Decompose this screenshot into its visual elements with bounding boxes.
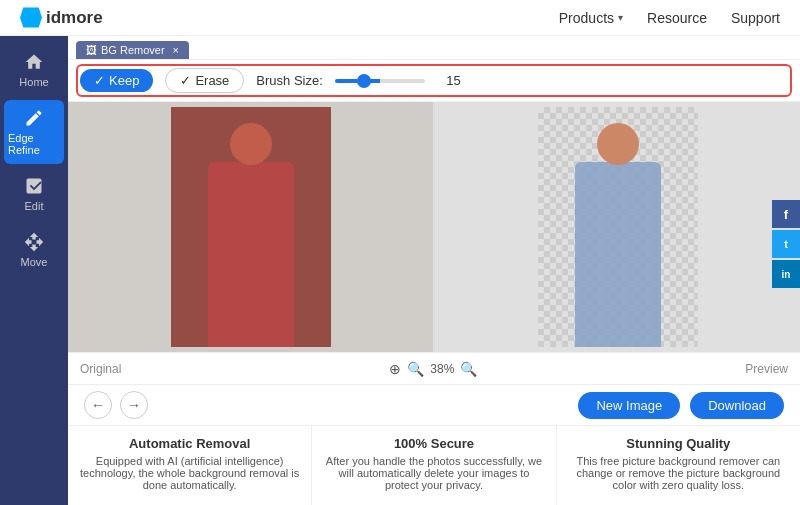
- download-button[interactable]: Download: [690, 392, 784, 419]
- sidebar-item-edit[interactable]: Edit: [4, 168, 64, 220]
- nav-links: Products ▾ Resource Support: [559, 10, 780, 26]
- zoom-value: 38%: [430, 362, 454, 376]
- features-bar: Automatic Removal Equipped with AI (arti…: [68, 425, 800, 505]
- next-button[interactable]: →: [120, 391, 148, 419]
- feature-secure-desc: After you handle the photos successfully…: [324, 455, 543, 491]
- prev-button[interactable]: ←: [84, 391, 112, 419]
- sidebar-edge-refine-label: Edge Refine: [8, 132, 60, 156]
- preview-head: [597, 123, 639, 165]
- facebook-button[interactable]: f: [772, 200, 800, 228]
- image-icon: 🖼: [86, 44, 97, 56]
- feature-automatic: Automatic Removal Equipped with AI (arti…: [68, 426, 312, 505]
- main-area: Home Edge Refine Edit Move 🖼 BG R: [0, 36, 800, 505]
- bottom-bar: Original ⊕ 🔍 38% 🔍 Preview: [68, 352, 800, 384]
- nav-arrows: ← →: [84, 391, 148, 419]
- preview-image: [538, 107, 698, 347]
- feature-secure-title: 100% Secure: [394, 436, 474, 451]
- original-label: Original: [80, 362, 121, 376]
- move-cursor-icon[interactable]: ⊕: [389, 361, 401, 377]
- preview-body: [575, 162, 661, 347]
- checkmark-icon: ✓: [94, 73, 105, 88]
- original-image: [171, 107, 331, 347]
- brush-size-slider[interactable]: [335, 79, 425, 83]
- feature-quality: Stunning Quality This free picture backg…: [557, 426, 800, 505]
- zoom-out-icon[interactable]: 🔍: [407, 361, 424, 377]
- twitter-button[interactable]: t: [772, 230, 800, 258]
- keep-button[interactable]: ✓ Keep: [80, 69, 153, 92]
- edit-icon: [24, 176, 44, 196]
- logo-icon: [20, 7, 42, 29]
- linkedin-button[interactable]: in: [772, 260, 800, 288]
- action-bar: ← → New Image Download: [68, 384, 800, 425]
- bg-remover-label: BG Remover: [101, 44, 165, 56]
- products-link[interactable]: Products: [559, 10, 614, 26]
- action-buttons: New Image Download: [578, 392, 784, 419]
- preview-label: Preview: [745, 362, 788, 376]
- feature-automatic-title: Automatic Removal: [129, 436, 250, 451]
- erase-label: Erase: [195, 73, 229, 88]
- feature-quality-title: Stunning Quality: [626, 436, 730, 451]
- navbar: idmore Products ▾ Resource Support: [0, 0, 800, 36]
- preview-panel: [433, 102, 800, 352]
- linkedin-icon: in: [782, 269, 791, 280]
- original-panel: [68, 102, 433, 352]
- bg-remover-tab[interactable]: 🖼 BG Remover ×: [76, 41, 189, 59]
- feature-automatic-desc: Equipped with AI (artificial intelligenc…: [80, 455, 299, 491]
- facebook-icon: f: [784, 207, 788, 222]
- logo[interactable]: idmore: [20, 7, 103, 29]
- image-area: [68, 102, 800, 352]
- home-icon: [24, 52, 44, 72]
- sidebar-item-move[interactable]: Move: [4, 224, 64, 276]
- resource-link[interactable]: Resource: [647, 10, 707, 26]
- new-image-button[interactable]: New Image: [578, 392, 680, 419]
- twitter-icon: t: [784, 238, 788, 250]
- zoom-controls: ⊕ 🔍 38% 🔍: [389, 361, 477, 377]
- erase-check-icon: ✓: [180, 73, 191, 88]
- brush-size-value: 15: [437, 73, 461, 88]
- toolbar: ✓ Keep ✓ Erase Brush Size: 15: [68, 60, 800, 102]
- logo-text: idmore: [46, 8, 103, 28]
- brush-size-label: Brush Size:: [256, 73, 322, 88]
- sidebar-home-label: Home: [19, 76, 48, 88]
- nav-products[interactable]: Products ▾: [559, 10, 623, 26]
- erase-button[interactable]: ✓ Erase: [165, 68, 244, 93]
- edge-refine-icon: [24, 108, 44, 128]
- feature-quality-desc: This free picture background remover can…: [569, 455, 788, 491]
- keep-label: Keep: [109, 73, 139, 88]
- support-link[interactable]: Support: [731, 10, 780, 26]
- close-icon[interactable]: ×: [173, 44, 179, 56]
- content: 🖼 BG Remover × ✓ Keep ✓ Erase Brush Size…: [68, 36, 800, 505]
- sidebar-edit-label: Edit: [25, 200, 44, 212]
- sidebar-item-home[interactable]: Home: [4, 44, 64, 96]
- move-icon: [24, 232, 44, 252]
- chevron-down-icon: ▾: [618, 12, 623, 23]
- feature-secure: 100% Secure After you handle the photos …: [312, 426, 556, 505]
- zoom-in-icon[interactable]: 🔍: [460, 361, 477, 377]
- sidebar: Home Edge Refine Edit Move: [0, 36, 68, 505]
- sidebar-move-label: Move: [21, 256, 48, 268]
- social-bar: f t in: [772, 200, 800, 288]
- red-overlay: [171, 107, 331, 347]
- sidebar-item-edge-refine[interactable]: Edge Refine: [4, 100, 64, 164]
